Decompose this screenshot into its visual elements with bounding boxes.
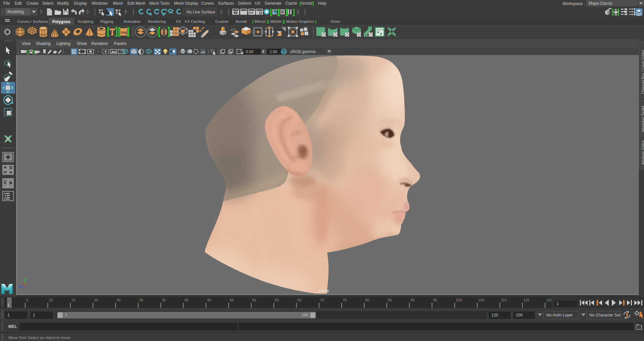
svg-text:]: ] (292, 8, 295, 16)
svg-text:[: [ (278, 8, 281, 16)
svg-text:35: 35 (162, 298, 166, 302)
svg-text:15: 15 (71, 298, 75, 302)
svg-text:persp: persp (319, 289, 329, 293)
svg-text:5: 5 (26, 298, 28, 302)
svg-text:100: 100 (455, 298, 462, 302)
svg-text:30: 30 (139, 298, 143, 302)
svg-text:0.00: 0.00 (246, 50, 253, 54)
svg-text:120: 120 (546, 298, 552, 302)
svg-text:]: ] (33, 49, 35, 55)
svg-text:85: 85 (388, 298, 392, 302)
svg-text:70: 70 (320, 298, 324, 302)
svg-text:1: 1 (7, 303, 9, 307)
svg-text:No Live Surface: No Live Surface (186, 10, 215, 14)
svg-text:115: 115 (524, 298, 530, 302)
svg-text:90: 90 (411, 298, 415, 302)
svg-text:110: 110 (501, 298, 507, 302)
svg-text:z: z (19, 284, 21, 288)
svg-text:25: 25 (117, 298, 121, 302)
svg-text:20: 20 (94, 298, 98, 302)
svg-text:10: 10 (49, 298, 53, 302)
svg-text:y: y (24, 278, 26, 282)
svg-text:60: 60 (275, 298, 279, 302)
svg-text:[: [ (27, 49, 29, 55)
svg-text:sRGB gamma: sRGB gamma (290, 49, 316, 54)
svg-text:40: 40 (184, 298, 189, 302)
svg-text:IPR: IPR (249, 11, 254, 14)
svg-text:55: 55 (252, 298, 256, 302)
svg-text:svg: svg (121, 30, 127, 34)
svg-text:95: 95 (433, 298, 437, 302)
svg-text:1.00: 1.00 (270, 50, 277, 54)
svg-text:80: 80 (365, 298, 369, 302)
svg-text:50: 50 (230, 298, 234, 302)
svg-text:ON: ON (282, 51, 286, 53)
svg-text:65: 65 (298, 298, 302, 302)
svg-text:45: 45 (207, 298, 211, 302)
svg-text:75: 75 (343, 298, 347, 302)
svg-text:x: x (23, 282, 26, 286)
svg-text:{;}: {;} (637, 326, 642, 330)
svg-text:105: 105 (478, 298, 484, 302)
svg-text:[: [ (270, 8, 273, 16)
